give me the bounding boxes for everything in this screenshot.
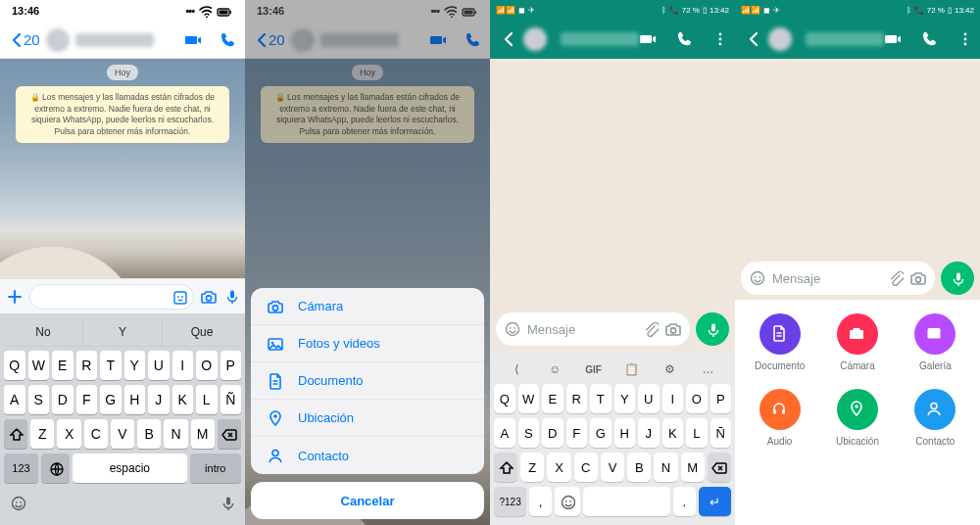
attach-aud[interactable]: Audio	[760, 389, 801, 447]
back-icon[interactable]	[745, 30, 760, 48]
emoji-icon[interactable]	[10, 495, 29, 514]
key-q[interactable]: Q	[4, 351, 25, 380]
globe-key[interactable]	[41, 453, 70, 483]
video-call-icon[interactable]	[184, 31, 204, 49]
key-u[interactable]: U	[148, 351, 170, 380]
key-e[interactable]: E	[52, 351, 74, 380]
attach-loc[interactable]: Ubicación	[836, 389, 879, 447]
camera-icon[interactable]	[664, 320, 682, 338]
key-x[interactable]: X	[57, 419, 80, 449]
video-call-icon[interactable]	[884, 30, 904, 48]
key-a[interactable]: A	[4, 385, 25, 414]
backspace-key[interactable]	[708, 453, 731, 482]
key-f[interactable]: F	[566, 418, 588, 448]
emoji-icon[interactable]	[749, 269, 766, 287]
key-i[interactable]: I	[662, 384, 684, 413]
key-y[interactable]: Y	[124, 351, 146, 380]
message-input[interactable]: Mensaje	[741, 262, 935, 295]
key-o[interactable]: O	[196, 351, 218, 380]
space-key[interactable]: espacio	[73, 453, 187, 483]
more-icon[interactable]	[956, 30, 970, 48]
key-t[interactable]: T	[590, 384, 612, 413]
key-m[interactable]: M	[191, 419, 215, 449]
key-w[interactable]: W	[518, 384, 540, 413]
key-p[interactable]: P	[710, 384, 732, 413]
key-ñ[interactable]: Ñ	[710, 418, 732, 448]
key-n[interactable]: N	[654, 453, 677, 482]
intro-key[interactable]: intro	[190, 453, 241, 483]
key-123[interactable]: 123	[4, 453, 38, 483]
key-y[interactable]: Y	[614, 384, 636, 413]
key-x[interactable]: X	[547, 453, 570, 482]
key-h[interactable]: H	[124, 385, 146, 414]
key-z[interactable]: Z	[520, 453, 544, 482]
key-g[interactable]: G	[100, 385, 122, 414]
key-d[interactable]: D	[52, 385, 74, 414]
key-r[interactable]: R	[76, 351, 98, 380]
key-s[interactable]: S	[28, 385, 50, 414]
key-g[interactable]: G	[590, 418, 612, 448]
key-j[interactable]: J	[148, 385, 170, 414]
key-sym[interactable]: ?123	[494, 487, 526, 516]
send-key[interactable]: ↵	[699, 487, 731, 516]
sheet-item-contact[interactable]: Contacto	[251, 437, 484, 474]
phone-call-icon[interactable]	[220, 31, 237, 49]
key-d[interactable]: D	[542, 418, 564, 448]
sheet-item-location[interactable]: Ubicación	[251, 400, 484, 437]
encryption-notice[interactable]: 🔒Los mensajes y las llamadas están cifra…	[16, 86, 229, 143]
back-button[interactable]: 20	[8, 28, 154, 52]
key-w[interactable]: W	[28, 351, 50, 380]
phone-call-icon[interactable]	[921, 30, 939, 48]
key-s[interactable]: S	[518, 418, 540, 448]
key-v[interactable]: V	[111, 419, 134, 449]
mic-button[interactable]	[696, 312, 729, 346]
key-ñ[interactable]: Ñ	[220, 385, 242, 414]
key-t[interactable]: T	[100, 351, 122, 380]
key-l[interactable]: L	[196, 385, 218, 414]
backspace-key[interactable]	[218, 419, 241, 449]
emoji-icon[interactable]	[504, 320, 521, 338]
key-c[interactable]: C	[574, 453, 598, 482]
key-u[interactable]: U	[638, 384, 660, 413]
key-p[interactable]: P	[220, 351, 242, 380]
attach-icon[interactable]	[6, 288, 24, 306]
attach-con[interactable]: Contacto	[914, 389, 956, 447]
sticker-icon[interactable]	[172, 289, 187, 305]
sheet-cancel-button[interactable]: Cancelar	[251, 482, 484, 519]
key-z[interactable]: Z	[30, 419, 54, 449]
message-input[interactable]: Mensaje	[496, 312, 690, 346]
key-a[interactable]: A	[494, 418, 515, 448]
key-period[interactable]: .	[673, 487, 696, 516]
key-l[interactable]: L	[686, 418, 708, 448]
emoji-key[interactable]	[555, 487, 580, 516]
key-n[interactable]: N	[164, 419, 187, 449]
space-key[interactable]	[583, 487, 670, 516]
key-c[interactable]: C	[84, 419, 108, 449]
key-v[interactable]: V	[601, 453, 624, 482]
key-e[interactable]: E	[542, 384, 564, 413]
sheet-item-document[interactable]: Documento	[251, 362, 484, 400]
camera-icon[interactable]	[200, 288, 218, 306]
mic-icon[interactable]	[223, 288, 239, 306]
key-j[interactable]: J	[638, 418, 660, 448]
sheet-item-camera[interactable]: Cámara	[251, 288, 484, 325]
key-b[interactable]: B	[627, 453, 651, 482]
key-r[interactable]: R	[566, 384, 588, 413]
more-icon[interactable]	[711, 30, 725, 48]
key-b[interactable]: B	[137, 419, 161, 449]
key-h[interactable]: H	[614, 418, 636, 448]
key-o[interactable]: O	[686, 384, 708, 413]
dictation-icon[interactable]	[220, 495, 235, 514]
camera-icon[interactable]	[909, 269, 927, 287]
attach-cam[interactable]: Cámara	[837, 313, 878, 371]
attach-doc[interactable]: Documento	[755, 313, 805, 371]
key-k[interactable]: K	[172, 385, 194, 414]
mic-button[interactable]	[941, 262, 974, 295]
phone-call-icon[interactable]	[676, 30, 694, 48]
key-comma[interactable]: ,	[529, 487, 552, 516]
key-i[interactable]: I	[172, 351, 194, 380]
key-f[interactable]: F	[76, 385, 98, 414]
video-call-icon[interactable]	[639, 30, 659, 48]
key-k[interactable]: K	[662, 418, 684, 448]
attach-gal[interactable]: Galería	[914, 313, 956, 371]
